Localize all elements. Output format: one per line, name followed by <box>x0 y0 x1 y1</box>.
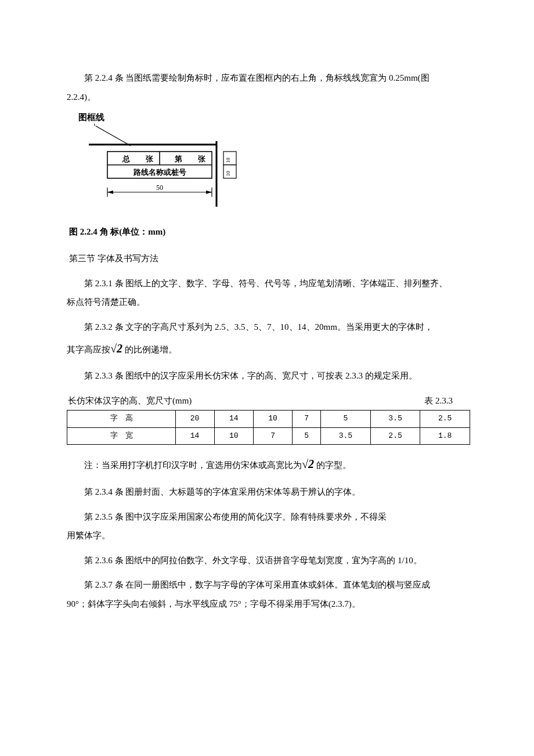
article-text: 图中汉字应采用国家公布使用的简化汉字。除有特殊要求外，不得采 <box>124 512 387 521</box>
article-prefix: 第 2.3.3 条 <box>84 371 124 380</box>
sqrt-2-symbol: √2 <box>110 342 122 355</box>
cell: 20 <box>175 411 214 428</box>
article-text: 其字高应按 <box>67 345 110 354</box>
article-2-3-2: 第 2.3.2 条 文字的字高尺寸系列为 2.5、3.5、5、7、10、14、2… <box>67 319 470 336</box>
table-number: 表 2.3.3 <box>424 393 453 409</box>
svg-line-1 <box>96 126 131 146</box>
article-2-3-2-cont: 其字高应按√2 的比例递增。 <box>67 337 470 359</box>
article-2-2-4: 第 2.2.4 条 当图纸需要绘制角标时，应布置在图框内的右上角，角标线线宽宜为… <box>67 70 470 87</box>
article-prefix: 第 2.3.6 条 <box>84 556 124 565</box>
cell: 10 <box>214 427 253 445</box>
svg-text:路线名称或桩号: 路线名称或桩号 <box>133 168 186 177</box>
article-2-3-5: 第 2.3.5 条 图中汉字应采用国家公布使用的简化汉字。除有特殊要求外，不得采 <box>67 509 470 525</box>
article-2-3-3: 第 2.3.3 条 图纸中的汉字应采用长仿宋体，字的高、宽尺寸，可按表 2.3.… <box>67 368 470 384</box>
page: 第 2.2.4 条 当图纸需要绘制角标时，应布置在图框内的右上角，角标线线宽宜为… <box>0 0 534 649</box>
article-prefix: 第 2.3.1 条 <box>84 279 124 288</box>
article-text: 文字的字高尺寸系列为 2.5、3.5、5、7、10、14、20mm。当采用更大的… <box>124 322 433 332</box>
article-text: 当图纸需要绘制角标时，应布置在图框内的右上角，角标线线宽宜为 0.25mm(图 <box>124 73 430 82</box>
note-text: 注：当采用打字机打印汉字时，宜选用仿宋体或高宽比为 <box>84 460 302 470</box>
table-2-3-3-heading: 长仿宋体汉字的高、宽尺寸(mm) 表 2.3.3 <box>68 393 470 409</box>
cell: 14 <box>214 411 253 428</box>
article-text: 图纸上的文字、数字、字母、符号、代号等，均应笔划清晰、字体端正、排列整齐、 <box>124 279 448 288</box>
table-title: 长仿宋体汉字的高、宽尺寸(mm) <box>68 393 192 409</box>
svg-text:张: 张 <box>146 154 154 163</box>
section-3-title: 第三节 字体及书写方法 <box>69 250 470 267</box>
table-row: 字宽 14 10 7 5 3.5 2.5 1.8 <box>67 427 470 445</box>
article-2-3-7: 第 2.3.7 条 在同一册图纸中，数字与字母的字体可采用直体或斜体。直体笔划的… <box>67 577 470 593</box>
svg-text:总: 总 <box>122 154 131 163</box>
article-prefix: 第 2.3.5 条 <box>84 512 124 521</box>
corner-mark-diagram: 图框线 总 张 第 张 路线名称或桩号 50 <box>67 111 241 210</box>
figure-2-2-4: 图框线 总 张 第 张 路线名称或桩号 50 <box>67 111 241 240</box>
article-prefix: 第 2.3.7 条 <box>84 580 124 589</box>
article-text: 在同一册图纸中，数字与字母的字体可采用直体或斜体。直体笔划的横与竖应成 <box>124 580 431 589</box>
cell: 1.8 <box>420 427 470 445</box>
cell: 3.5 <box>370 411 420 428</box>
svg-text:50: 50 <box>156 183 163 192</box>
note-text: 的字型。 <box>314 460 351 470</box>
row-label: 字高 <box>67 411 176 428</box>
cell: 2.5 <box>420 411 470 428</box>
article-text: 2.2.4)。 <box>67 92 96 102</box>
svg-text:10: 10 <box>225 157 231 163</box>
article-2-3-5-cont: 用繁体字。 <box>67 527 470 544</box>
article-2-3-6: 第 2.3.6 条 图纸中的阿拉伯数字、外文字母、汉语拼音字母笔划宽度，宜为字高… <box>67 552 470 569</box>
cell: 5 <box>293 427 321 445</box>
row-label: 字宽 <box>67 427 176 445</box>
article-2-3-1-cont: 标点符号清楚正确。 <box>67 294 470 311</box>
fig-border-label: 图框线 <box>78 113 104 122</box>
cell: 14 <box>175 427 214 445</box>
figure-caption: 图 2.2.4 角 标(单位：mm) <box>69 224 241 240</box>
svg-marker-16 <box>206 190 212 194</box>
table-2-3-3: 字高 20 14 10 7 5 3.5 2.5 字宽 14 10 7 5 3.5… <box>67 410 470 445</box>
svg-text:第: 第 <box>174 154 182 163</box>
sqrt-2-symbol: √2 <box>302 458 314 470</box>
article-text: 图纸中的汉字应采用长仿宋体，字的高、宽尺寸，可按表 2.3.3 的规定采用。 <box>124 371 417 380</box>
article-2-2-4-cont: 2.2.4)。 <box>67 89 470 106</box>
article-text: 的比例递增。 <box>122 345 177 354</box>
article-text: 图纸中的阿拉伯数字、外文字母、汉语拼音字母笔划宽度，宜为字高的 1/10。 <box>124 556 422 565</box>
article-text: 图册封面、大标题等的字体宜采用仿宋体等易于辨认的字体。 <box>124 487 361 496</box>
article-prefix: 第 2.3.2 条 <box>84 322 124 332</box>
svg-text:张: 张 <box>198 154 206 163</box>
table-note: 注：当采用打字机打印汉字时，宜选用仿宋体或高宽比为√2 的字型。 <box>67 453 470 475</box>
cell: 3.5 <box>321 427 371 445</box>
table-row: 字高 20 14 10 7 5 3.5 2.5 <box>67 411 470 428</box>
cell: 5 <box>321 411 371 428</box>
cell: 7 <box>293 411 321 428</box>
article-2-3-1: 第 2.3.1 条 图纸上的文字、数字、字母、符号、代号等，均应笔划清晰、字体端… <box>67 275 470 292</box>
cell: 10 <box>254 411 293 428</box>
cell: 2.5 <box>370 427 420 445</box>
svg-text:10: 10 <box>225 171 231 177</box>
article-2-3-7-cont: 90°；斜体字字头向右倾斜，与水平线应成 75°；字母不得采用手写体(2.3.7… <box>67 596 470 613</box>
article-2-3-4: 第 2.3.4 条 图册封面、大标题等的字体宜采用仿宋体等易于辨认的字体。 <box>67 484 470 501</box>
article-prefix: 第 2.2.4 条 <box>84 73 124 82</box>
article-prefix: 第 2.3.4 条 <box>84 487 124 496</box>
svg-marker-15 <box>107 190 113 194</box>
cell: 7 <box>254 427 293 445</box>
